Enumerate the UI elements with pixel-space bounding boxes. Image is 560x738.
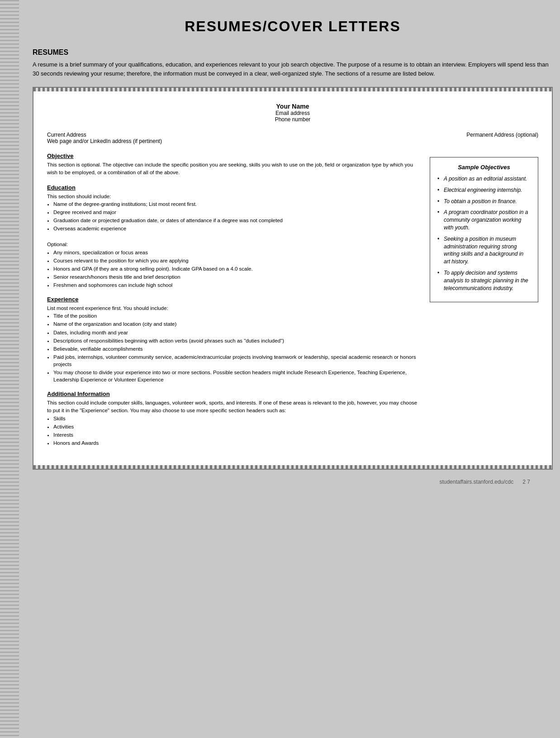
sample-objectives-list: A position as an editorial assistant. El… [437,175,531,292]
obj-item-5: Seeking a position in museum administrat… [437,235,531,266]
education-optional-list: Any minors, specialization or focus area… [47,249,421,289]
resume-document: Your Name Email address Phone number Cur… [33,87,553,470]
edu-opt-item-3: Honors and GPA (if they are a strong sel… [53,265,421,272]
experience-section: Experience List most recent experience f… [47,296,421,383]
experience-title: Experience [47,296,421,303]
edu-opt-item-2: Courses relevant to the position for whi… [53,257,421,264]
exp-item-5: Believable, verifiable accomplishments [53,345,421,352]
resumes-heading: RESUMES [33,48,553,57]
additional-info-content: This section could include computer skil… [47,399,421,447]
resumes-intro-section: RESUMES A resume is a brief summary of y… [33,48,553,78]
edu-item-2: Degree received and major [53,209,421,216]
objective-title: Objective [47,152,421,159]
exp-item-4: Descriptions of responsibilities beginni… [53,337,421,344]
resume-right-column: Sample Objectives A position as an edito… [430,152,538,454]
resume-email: Email address [47,110,538,116]
education-content: This section should include: Name of the… [47,193,421,289]
education-section: Education This section should include: N… [47,184,421,289]
resume-inner-content: Your Name Email address Phone number Cur… [33,91,552,465]
edu-item-3: Graduation date or projected graduation … [53,217,421,224]
sample-objectives-title: Sample Objectives [437,164,531,171]
obj-item-2: Electrical engineering internship. [437,186,531,194]
add-info-item-4: Honors and Awards [53,439,421,447]
edu-opt-item-5: Freshmen and sophomores can include high… [53,281,421,289]
experience-intro: List most recent experience first. You s… [47,305,421,312]
exp-item-3: Dates, including month and year [53,329,421,336]
education-optional-label: Optional: [47,241,421,248]
address-left: Current Address Web page and/or LinkedIn… [47,132,162,144]
address-left-line1: Current Address [47,132,162,138]
obj-item-3: To obtain a position in finance. [437,198,531,205]
page-footer: studentaffairs.stanford.edu/cdc 2 7 [33,474,553,490]
footer-url: studentaffairs.stanford.edu/cdc [439,479,513,485]
resume-phone: Phone number [47,116,538,123]
additional-info-list: Skills Activities Interests Honors and A… [47,415,421,447]
address-left-line2: Web page and/or LinkedIn address (if per… [47,138,162,144]
additional-info-title: Additional Information [47,390,421,397]
exp-item-6: Paid jobs, internships, volunteer commun… [53,353,421,368]
edu-item-1: Name of the degree-granting institutions… [53,200,421,208]
education-required-list: Name of the degree-granting institutions… [47,200,421,232]
objective-section: Objective This section is optional. The … [47,152,421,177]
experience-content: List most recent experience first. You s… [47,305,421,383]
resume-body: Objective This section is optional. The … [47,152,538,454]
left-decorative-bar [0,0,19,738]
resume-name: Your Name [47,103,538,110]
experience-list: Title of the position Name of the organi… [47,312,421,383]
exp-item-2: Name of the organization and location (c… [53,320,421,328]
address-row: Current Address Web page and/or LinkedIn… [47,132,538,144]
education-title: Education [47,184,421,191]
address-right: Permanent Address (optional) [466,132,538,144]
edu-opt-item-4: Senior research/honors thesis title and … [53,273,421,281]
add-info-item-2: Activities [53,423,421,430]
edu-opt-item-1: Any minors, specialization or focus area… [53,249,421,256]
additional-info-section: Additional Information This section coul… [47,390,421,447]
add-info-item-1: Skills [53,415,421,422]
education-intro: This section should include: [47,193,421,200]
obj-item-1: A position as an editorial assistant. [437,175,531,183]
additional-info-text: This section could include computer skil… [47,399,421,415]
resumes-intro-text: A resume is a brief summary of your qual… [33,60,553,78]
sample-objectives-box: Sample Objectives A position as an edito… [430,157,538,302]
footer-page: 2 7 [522,479,530,485]
exp-item-1: Title of the position [53,312,421,319]
resume-header: Your Name Email address Phone number [47,103,538,123]
objective-text: This section is optional. The objective … [47,161,421,177]
edu-item-4: Overseas academic experience [53,225,421,232]
exp-item-7: You may choose to divide your experience… [53,369,421,383]
obj-item-6: To apply decision and systems analysis t… [437,269,531,292]
center-content: RESUMES/COVER LETTERS RESUMES A resume i… [19,0,560,738]
page-layout: RESUMES/COVER LETTERS RESUMES A resume i… [0,0,560,738]
add-info-item-3: Interests [53,431,421,438]
doc-bottom-stripe [33,465,552,469]
resume-left-column: Objective This section is optional. The … [47,152,421,454]
obj-item-4: A program coordinator position in a comm… [437,209,531,231]
page-title: RESUMES/COVER LETTERS [33,18,553,35]
doc-top-stripe [33,88,552,91]
